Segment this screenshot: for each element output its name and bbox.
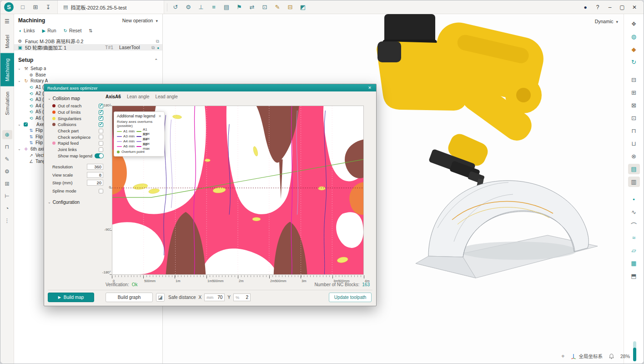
build-graph-button[interactable]: Build graph (106, 293, 153, 302)
machine-4axis-icon[interactable]: ⊞ (628, 87, 640, 98)
copy-icon[interactable] (156, 38, 159, 44)
notification-bell-icon[interactable] (609, 354, 614, 359)
toolpath-doc-icon[interactable]: ▤ (628, 164, 640, 174)
view-mode-dropdown[interactable]: Dynamic (595, 19, 618, 24)
help-button[interactable]: ? (593, 3, 602, 12)
new-operation-button[interactable]: New operation (122, 18, 158, 23)
build-map-button[interactable]: Build map (48, 293, 94, 302)
material-icon[interactable]: ◆ (628, 44, 640, 55)
machine-5axis-icon[interactable]: ⊠ (628, 100, 640, 111)
robot-cell-icon[interactable]: ⊓ (628, 126, 640, 136)
mode-tab[interactable]: Model (0, 30, 14, 53)
map-layer-row[interactable]: Collisions (48, 121, 103, 128)
expander-icon[interactable] (18, 122, 22, 126)
map-layer-row[interactable]: Out of limits (48, 109, 103, 116)
reset-button[interactable]: Reset (64, 28, 82, 33)
expander-icon[interactable] (18, 147, 22, 151)
machine-3axis-icon[interactable]: ⊟ (628, 75, 640, 85)
history-icon[interactable]: ◔ (2, 204, 12, 213)
chevron-down-icon[interactable] (48, 96, 51, 101)
operation-tree-row[interactable]: ▣ 5D 轮廓/曲面加工 1 T#1 LaserTool (14, 44, 162, 51)
tool-library-icon[interactable]: ⚑ (234, 2, 245, 12)
setup-tree-item[interactable]: ⊚ Base (14, 72, 162, 78)
new-document-icon[interactable]: □ (17, 2, 28, 12)
turn-mill-icon[interactable]: ⊗ (628, 151, 640, 162)
close-icon[interactable] (158, 114, 161, 118)
tab-lean-angle[interactable]: Lean angle (127, 94, 150, 100)
simulation-icon[interactable]: ↺ (170, 2, 181, 12)
orbit-icon[interactable]: ◍ (628, 31, 640, 42)
dialog-titlebar[interactable]: Redundant axes optimizer (44, 84, 376, 91)
copy-icon[interactable] (151, 45, 155, 51)
map-layer-row[interactable]: Singularities (48, 115, 103, 121)
printer-icon[interactable]: ⊟ (285, 2, 296, 12)
open-folder-icon[interactable]: ⊞ (30, 2, 41, 12)
setup-tree-item[interactable]: ↻ Rotary A (14, 78, 162, 84)
solid-icon[interactable]: ▦ (628, 258, 640, 268)
tab-axis-a6[interactable]: AxisA6 (106, 94, 121, 100)
expander-icon[interactable] (18, 79, 22, 83)
mode-tab[interactable]: Simulation (0, 86, 14, 120)
operation-toolbar: Links Run Reset (14, 25, 162, 37)
setup-tree-item[interactable]: ⚒ Setup a (14, 66, 162, 72)
report-icon[interactable]: ▤ (221, 2, 232, 12)
curve-icon[interactable]: ∿ (628, 207, 640, 217)
surface-icon[interactable]: ≈ (628, 233, 640, 243)
regenerate-icon[interactable]: ↻ (628, 57, 640, 67)
menu-icon[interactable] (2, 17, 12, 26)
selection-filter-icon[interactable]: ❖ (628, 19, 640, 29)
maximize-button[interactable]: ▢ (618, 3, 627, 12)
stamp-icon[interactable]: ⬒ (628, 271, 640, 281)
more-icon[interactable]: ⋮ (2, 216, 12, 225)
machine-settings-icon[interactable]: ⚙ (183, 2, 194, 12)
fixture-icon[interactable]: ⊓ (2, 142, 12, 152)
lathe-icon[interactable]: ⊡ (628, 113, 640, 123)
press-icon[interactable]: ⊔ (628, 138, 640, 149)
close-icon[interactable] (367, 86, 373, 90)
sort-button[interactable] (89, 28, 92, 33)
probe-icon[interactable]: ⊢ (2, 192, 12, 201)
update-toolpath-button[interactable]: Update toolpath (329, 293, 372, 302)
target-icon[interactable]: ⊕ (2, 130, 12, 139)
map-layer-row[interactable]: Check workpiece (48, 134, 103, 140)
tab-lead-angle[interactable]: Lead angle (155, 94, 178, 100)
stock-icon[interactable]: ⊞ (2, 179, 12, 188)
account-button[interactable]: ● (581, 3, 590, 12)
spline-mode-row[interactable]: Spline mode (48, 188, 103, 194)
document-tab[interactable]: ▤ 挡泥板-2022.05.25-5-test (57, 0, 164, 14)
gcode-doc-icon[interactable]: ▥ (628, 177, 640, 187)
safe-distance-x-input[interactable]: mm 70 (204, 293, 225, 301)
nc-program-icon[interactable]: ≡ (208, 2, 219, 12)
monitor-icon[interactable]: ⊡ (259, 2, 270, 12)
collapse-icon[interactable] (154, 57, 158, 63)
point-icon[interactable]: • (628, 194, 640, 205)
settings-icon[interactable]: ⚙ (2, 167, 12, 176)
item-checkbox[interactable] (24, 122, 28, 126)
arc-icon[interactable]: ⌒ (628, 220, 640, 230)
minimize-button[interactable]: – (605, 3, 614, 12)
map-layer-row[interactable]: Rapid feed (48, 140, 103, 147)
add-button[interactable]: + (561, 353, 565, 359)
expander-icon[interactable] (18, 66, 22, 71)
machine-tree-row[interactable]: ⚙ Fanuc M-20iB 高铭科源-0.2 (14, 38, 162, 44)
chevron-down-icon[interactable] (48, 200, 51, 204)
coordinate-system[interactable]: 全局坐标系 (571, 353, 603, 359)
legend-toggle-row[interactable]: Show map legend (48, 153, 103, 159)
save-icon[interactable]: ↧ (43, 2, 54, 12)
mode-tab[interactable]: Machining (0, 53, 14, 86)
map-layer-row[interactable]: Out of reach (48, 103, 103, 109)
clear-graph-button[interactable]: ◪ (156, 293, 165, 302)
map-layer-row[interactable]: Joint links (48, 147, 103, 153)
fixture-icon[interactable]: ⊥ (196, 2, 206, 12)
transform-icon[interactable]: ⇄ (247, 2, 257, 12)
safe-distance-y-input[interactable]: % 2 (233, 293, 251, 301)
sheet-icon[interactable]: ▱ (628, 245, 640, 256)
links-button[interactable]: Links (19, 28, 35, 33)
close-button[interactable]: ✕ (630, 3, 639, 12)
zoom-slider[interactable] (633, 341, 636, 361)
cloud-icon[interactable]: ◩ (297, 2, 308, 12)
run-button[interactable]: Run (42, 28, 56, 33)
annotation-icon[interactable]: ✎ (272, 2, 283, 12)
map-layer-row[interactable]: Check part (48, 128, 103, 134)
edit-icon[interactable]: ✎ (2, 155, 12, 164)
